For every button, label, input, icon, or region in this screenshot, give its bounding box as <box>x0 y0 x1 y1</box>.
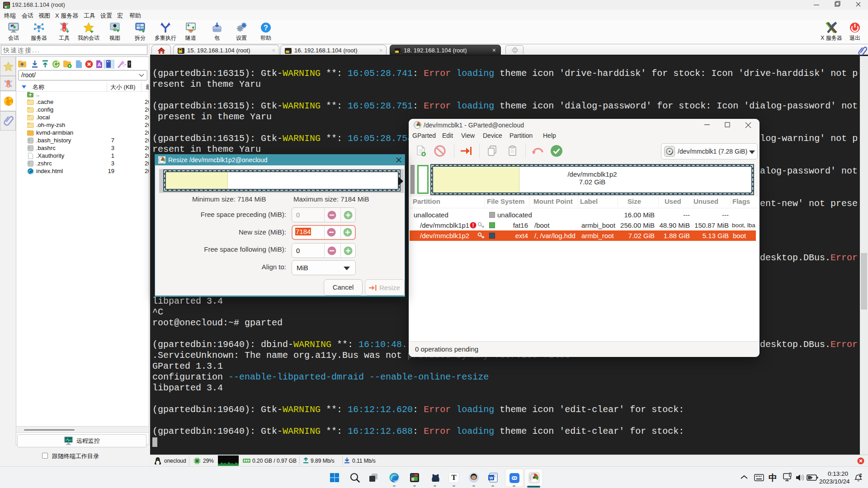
svg-text:?: ? <box>264 24 268 32</box>
svg-text:W: W <box>489 476 493 480</box>
svg-text:A: A <box>98 62 101 67</box>
